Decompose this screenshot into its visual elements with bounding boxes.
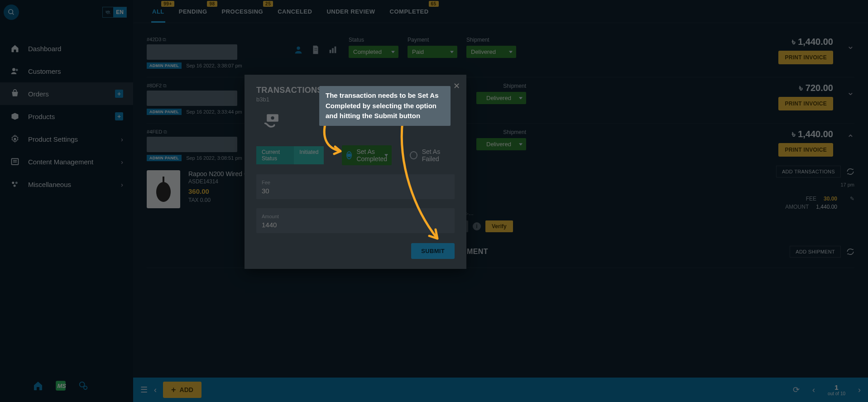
- annotation-bubble: The transaction needs to be Set As Compl…: [319, 86, 451, 126]
- modal-overlay: [0, 0, 868, 402]
